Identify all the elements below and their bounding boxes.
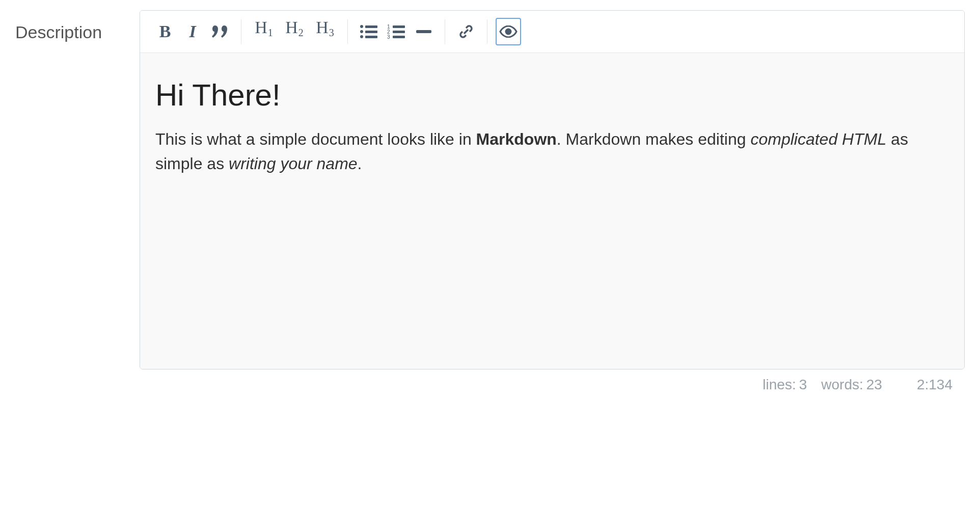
editor-wrapper: B I H1 H2 <box>140 10 965 393</box>
svg-point-2 <box>360 30 363 33</box>
svg-point-0 <box>360 25 363 28</box>
editor-toolbar: B I H1 H2 <box>140 11 964 53</box>
quote-icon <box>212 24 228 39</box>
toolbar-divider <box>241 19 241 44</box>
preview-button[interactable] <box>496 18 521 45</box>
heading-sub: 3 <box>329 27 334 39</box>
field-label: Description <box>15 10 127 42</box>
italic-text: writing your name <box>229 154 358 173</box>
lines-label: lines: <box>763 377 796 393</box>
editor-status-bar: lines: 3 words: 23 2:134 <box>140 369 965 393</box>
svg-rect-5 <box>365 36 377 38</box>
unordered-list-button[interactable] <box>356 18 382 45</box>
lines-value: 3 <box>799 377 807 393</box>
bold-text: Markdown <box>476 130 557 148</box>
ordered-list-icon: 1 2 3 <box>387 24 405 39</box>
text-segment: This is what a simple document looks lik… <box>155 130 476 148</box>
svg-rect-7 <box>393 25 405 28</box>
description-editor-row: Description B I H1 <box>15 10 965 393</box>
bold-button[interactable]: B <box>152 18 178 45</box>
h3-button[interactable]: H3 <box>311 18 339 45</box>
words-status: words: 23 <box>821 377 882 393</box>
horizontal-rule-button[interactable] <box>411 18 437 45</box>
preview-paragraph: This is what a simple document looks lik… <box>155 127 949 176</box>
ordered-list-button[interactable]: 1 2 3 <box>384 18 409 45</box>
preview-area[interactable]: Hi There! This is what a simple document… <box>140 53 964 369</box>
text-segment: . <box>358 154 362 173</box>
toolbar-divider <box>487 19 487 44</box>
toolbar-divider <box>445 19 445 44</box>
text-segment: . Markdown makes editing <box>557 130 751 148</box>
words-label: words: <box>821 377 863 393</box>
heading-sub: 2 <box>298 27 304 39</box>
words-value: 23 <box>866 377 882 393</box>
markdown-editor: B I H1 H2 <box>140 10 965 369</box>
svg-text:3: 3 <box>387 34 390 39</box>
eye-icon <box>499 25 518 38</box>
heading-sub: 1 <box>268 27 273 39</box>
h1-button[interactable]: H1 <box>250 18 278 45</box>
unordered-list-icon <box>360 24 378 39</box>
bold-icon: B <box>159 22 171 41</box>
lines-status: lines: 3 <box>763 377 807 393</box>
cursor-position: 2:134 <box>917 377 952 393</box>
heading-letter: H <box>255 18 267 37</box>
heading-letter: H <box>285 18 298 37</box>
preview-heading: Hi There! <box>155 77 949 113</box>
svg-rect-12 <box>416 30 431 33</box>
horizontal-rule-icon <box>416 30 431 34</box>
link-button[interactable] <box>453 18 479 45</box>
h2-button[interactable]: H2 <box>280 18 309 45</box>
heading-letter: H <box>316 18 329 37</box>
italic-icon: I <box>189 22 196 41</box>
toolbar-divider <box>347 19 348 44</box>
svg-rect-1 <box>365 25 377 28</box>
svg-rect-11 <box>393 36 405 38</box>
svg-rect-3 <box>365 31 377 33</box>
svg-point-4 <box>360 35 363 38</box>
italic-text: complicated HTML <box>750 130 886 148</box>
svg-rect-9 <box>393 31 405 33</box>
svg-point-13 <box>506 29 511 34</box>
italic-button[interactable]: I <box>180 18 205 45</box>
link-icon <box>457 23 475 40</box>
quote-button[interactable] <box>207 18 233 45</box>
